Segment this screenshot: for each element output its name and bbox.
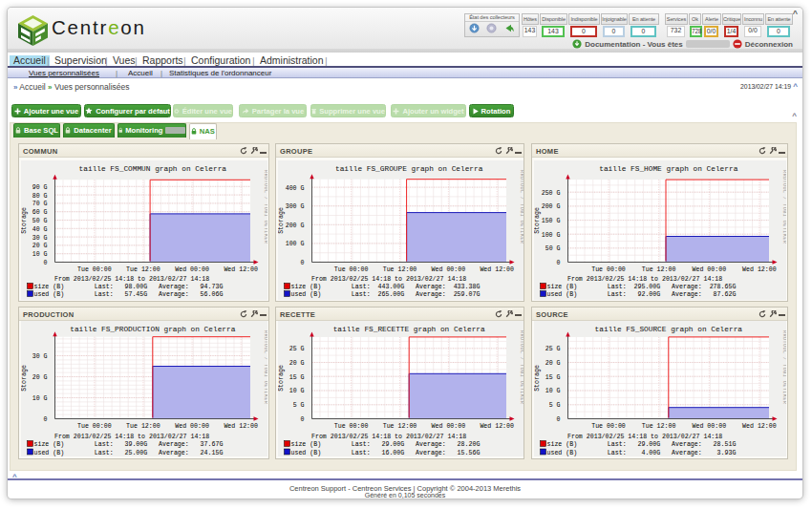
svg-text:RRDTOOL / TOBI OETIKER: RRDTOOL / TOBI OETIKER [781,170,786,244]
svg-text:RRDTOOL / TOBI OETIKER: RRDTOOL / TOBI OETIKER [263,330,267,404]
svg-text:15 G: 15 G [545,374,560,381]
svg-text:From 2013/02/25 14:18 to 2013/: From 2013/02/25 14:18 to 2013/02/27 14:1… [54,275,209,282]
svg-text:taille FS_PRODUCTION graph on: taille FS_PRODUCTION graph on Celerra [70,326,235,333]
svg-text:Tue 12:00: Tue 12:00 [641,266,675,273]
svg-text:From 2013/02/25 14:18 to 2013/: From 2013/02/25 14:18 to 2013/02/27 14:1… [311,275,466,282]
svg-text:Tue 00:00: Tue 00:00 [76,423,111,430]
svg-text:Tue 00:00: Tue 00:00 [333,266,368,273]
svg-text:400 G: 400 G [285,184,304,191]
svg-text:0: 0 [43,416,47,423]
svg-text:10 G: 10 G [545,388,560,394]
svg-text:Wed 12:00: Wed 12:00 [742,266,777,273]
svg-text:40 G: 40 G [32,225,47,232]
svg-text:Storage: Storage [278,365,285,392]
svg-text:size (B) Last: 443.00G: size (B) Last: 443.00G Average: 433.38G [290,284,480,290]
svg-text:Wed 12:00: Wed 12:00 [480,423,514,430]
svg-text:Tue 00:00: Tue 00:00 [333,423,368,430]
svg-text:used (B) Last: 4.00G: used (B) Last: 4.00G Average: 3.93G [546,450,736,456]
svg-text:Wed 12:00: Wed 12:00 [480,266,514,273]
svg-text:Wed 00:00: Wed 00:00 [175,423,209,430]
svg-text:30 G: 30 G [32,234,47,241]
svg-text:80 G: 80 G [32,192,47,199]
svg-text:25 G: 25 G [288,346,304,352]
svg-text:RRDTOOL / TOBI OETIKER: RRDTOOL / TOBI OETIKER [519,330,524,404]
svg-text:used (B) Last: 25.00G: used (B) Last: 25.00G Average: 24.15G [33,450,223,456]
svg-text:25 G: 25 G [545,346,560,352]
svg-text:20 G: 20 G [32,243,47,249]
svg-text:Tue 00:00: Tue 00:00 [591,423,626,430]
svg-text:0: 0 [556,416,560,423]
svg-text:Tue 12:00: Tue 12:00 [382,266,417,273]
svg-text:From 2013/02/25 14:18 to 2013/: From 2013/02/25 14:18 to 2013/02/27 14:1… [311,434,466,440]
svg-text:Storage: Storage [21,365,28,392]
svg-text:Storage: Storage [278,207,285,234]
svg-text:taille FS_SOURCE graph on Cele: taille FS_SOURCE graph on Celerra [594,326,742,333]
svg-text:30 G: 30 G [32,353,47,360]
svg-text:300 G: 300 G [285,203,304,210]
svg-text:RRDTOOL / TOBI OETIKER: RRDTOOL / TOBI OETIKER [781,330,786,404]
svg-text:Storage: Storage [21,207,28,234]
svg-text:100 G: 100 G [541,231,560,238]
svg-text:15 G: 15 G [288,374,304,381]
svg-text:size (B) Last: 295.00G: size (B) Last: 295.00G Average: 278.65G [546,284,736,290]
svg-text:20 G: 20 G [545,360,560,367]
svg-text:0: 0 [300,259,304,265]
svg-text:size (B) Last: 98.00G: size (B) Last: 98.00G Average: 94.73G [33,284,223,290]
svg-text:5 G: 5 G [548,402,560,409]
svg-text:RRDTOOL / TOBI OETIKER: RRDTOOL / TOBI OETIKER [519,170,524,244]
svg-text:taille FS_HOME graph on Celerr: taille FS_HOME graph on Celerra [599,165,737,173]
svg-text:taille FS_GROUPE graph on Cele: taille FS_GROUPE graph on Celerra [334,165,482,173]
svg-text:250 G: 250 G [541,189,560,196]
svg-text:used (B) Last: 92.00G: used (B) Last: 92.00G Average: 87.62G [546,291,736,298]
svg-text:Tue 12:00: Tue 12:00 [126,423,160,430]
svg-text:Tue 00:00: Tue 00:00 [76,266,111,273]
svg-text:size (B) Last: 29.00G: size (B) Last: 29.00G Average: 28.20G [290,441,480,448]
svg-text:200 G: 200 G [541,203,560,210]
svg-text:5 G: 5 G [292,402,304,409]
svg-text:Wed 12:00: Wed 12:00 [742,423,777,430]
svg-text:Wed 00:00: Wed 00:00 [431,423,465,430]
svg-text:taille FS_RECETTE graph on Cel: taille FS_RECETTE graph on Celerra [332,326,484,333]
svg-text:Wed 00:00: Wed 00:00 [431,266,465,273]
svg-text:Tue 00:00: Tue 00:00 [591,266,626,273]
svg-text:used (B) Last: 265.00G: used (B) Last: 265.00G Average: 259.07G [290,291,480,298]
svg-text:Wed 00:00: Wed 00:00 [175,266,209,273]
svg-text:50 G: 50 G [545,245,560,252]
svg-text:90 G: 90 G [32,183,47,190]
svg-text:70 G: 70 G [32,201,47,207]
svg-text:20 G: 20 G [288,360,304,367]
svg-text:200 G: 200 G [285,222,304,228]
svg-text:60 G: 60 G [32,209,47,216]
svg-text:Tue 12:00: Tue 12:00 [126,266,160,273]
svg-text:Wed 12:00: Wed 12:00 [224,266,258,273]
svg-text:10 G: 10 G [32,395,47,402]
svg-text:taille FS_COMMUN graph on Cele: taille FS_COMMUN graph on Celerra [78,165,226,173]
svg-text:Storage: Storage [534,207,541,234]
svg-text:RRDTOOL / TOBI OETIKER: RRDTOOL / TOBI OETIKER [263,170,267,244]
svg-text:10 G: 10 G [288,388,304,394]
svg-text:Wed 12:00: Wed 12:00 [224,423,258,430]
svg-text:150 G: 150 G [541,218,560,224]
svg-text:Wed 00:00: Wed 00:00 [692,266,726,273]
svg-text:From 2013/02/25 14:18 to 2013/: From 2013/02/25 14:18 to 2013/02/27 14:1… [567,434,722,440]
svg-text:size (B) Last: 39.00G: size (B) Last: 39.00G Average: 37.67G [33,441,223,448]
svg-text:100 G: 100 G [285,241,304,247]
svg-text:20 G: 20 G [32,374,47,381]
svg-text:0: 0 [556,259,560,265]
svg-text:50 G: 50 G [32,217,47,223]
svg-text:0: 0 [43,259,47,265]
svg-text:From 2013/02/25 14:18 to 2013/: From 2013/02/25 14:18 to 2013/02/27 14:1… [54,434,209,440]
svg-text:0: 0 [300,416,304,423]
svg-text:size (B) Last: 29.00G: size (B) Last: 29.00G Average: 28.51G [546,441,736,448]
svg-text:used (B) Last: 57.45G: used (B) Last: 57.45G Average: 56.06G [33,291,223,298]
svg-text:Storage: Storage [534,365,541,392]
svg-text:10 G: 10 G [32,251,47,258]
svg-text:Wed 00:00: Wed 00:00 [692,423,726,430]
svg-text:used (B) Last: 16.00G: used (B) Last: 16.00G Average: 15.56G [290,450,480,456]
svg-text:Tue 12:00: Tue 12:00 [382,423,417,430]
svg-text:Tue 12:00: Tue 12:00 [641,423,675,430]
svg-text:From 2013/02/25 14:18 to 2013/: From 2013/02/25 14:18 to 2013/02/27 14:1… [567,275,722,282]
